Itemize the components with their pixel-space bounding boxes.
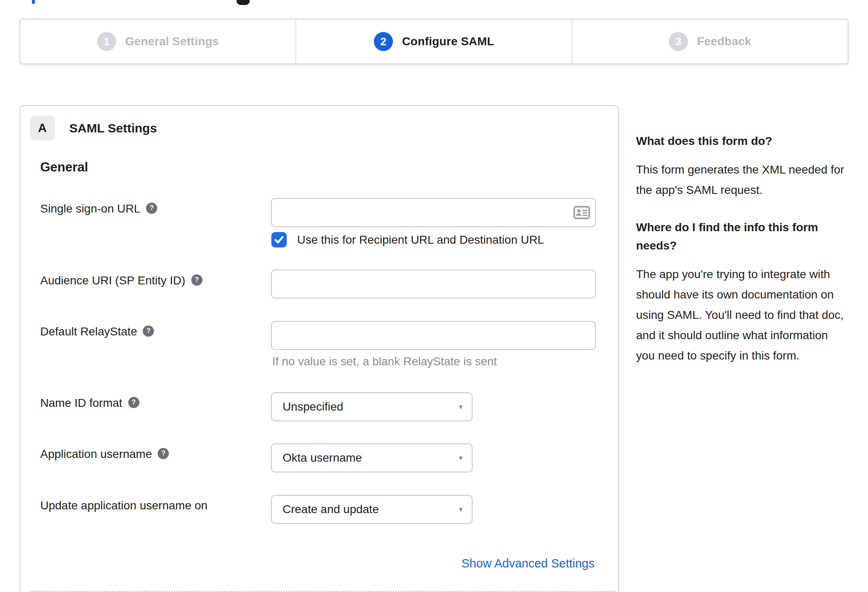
- audience-uri-input[interactable]: [271, 269, 596, 298]
- step-feedback[interactable]: 3 Feedback: [572, 20, 848, 64]
- help-section-what: What does this form do? This form genera…: [636, 132, 850, 200]
- help-icon[interactable]: ?: [143, 325, 154, 337]
- help-icon[interactable]: ?: [128, 397, 139, 408]
- chevron-down-icon: ▾: [459, 453, 463, 462]
- update-username-label: Update application username on: [40, 499, 207, 512]
- audience-uri-label: Audience URI (SP Entity ID) ?: [40, 274, 202, 287]
- help-icon[interactable]: ?: [191, 274, 202, 286]
- step-number-badge: 3: [669, 32, 688, 51]
- clipped-title-fragment: [32, 0, 35, 4]
- update-username-value: Create and update: [272, 503, 379, 516]
- panel-title: SAML Settings: [69, 121, 157, 135]
- step-configure-saml[interactable]: 2 Configure SAML: [295, 20, 571, 64]
- step-number-badge: 1: [97, 32, 116, 51]
- app-username-select[interactable]: Okta username ▾: [271, 443, 473, 472]
- app-username-value: Okta username: [272, 451, 362, 465]
- audience-uri-label-text: Audience URI (SP Entity ID): [40, 274, 185, 287]
- help-section-where: Where do I find the info this form needs…: [636, 218, 850, 366]
- name-id-format-label: Name ID format ?: [40, 396, 139, 410]
- step-number-badge: 2: [374, 32, 393, 51]
- name-id-format-value: Unspecified: [272, 400, 343, 413]
- sso-url-input[interactable]: [271, 198, 596, 227]
- section-a-badge: A: [30, 116, 55, 140]
- help-icon[interactable]: ?: [146, 203, 157, 214]
- help-icon[interactable]: ?: [158, 448, 169, 459]
- update-username-select[interactable]: Create and update ▾: [271, 495, 473, 524]
- step-label: Configure SAML: [402, 35, 494, 48]
- relay-state-label: Default RelayState ?: [40, 325, 154, 338]
- relay-state-input[interactable]: [271, 321, 596, 350]
- app-username-label-text: Application username: [40, 448, 152, 461]
- help-section-heading: What does this form do?: [636, 132, 850, 150]
- saml-settings-panel: A SAML Settings General Single sign-on U…: [20, 105, 619, 592]
- step-label: General Settings: [125, 35, 219, 48]
- general-section-heading: General: [40, 160, 88, 175]
- recipient-url-checkbox-row: Use this for Recipient URL and Destinati…: [271, 232, 544, 247]
- relay-state-label-text: Default RelayState: [40, 325, 137, 338]
- help-section-body: The app you're trying to integrate with …: [636, 264, 850, 366]
- recipient-url-checkbox-label: Use this for Recipient URL and Destinati…: [297, 233, 544, 247]
- sso-url-label: Single sign-on URL ?: [40, 202, 157, 215]
- clipped-icon-fragment: [237, 0, 250, 5]
- app-username-label: Application username ?: [40, 448, 169, 461]
- step-general-settings[interactable]: 1 General Settings: [20, 20, 295, 64]
- wizard-stepper: 1 General Settings 2 Configure SAML 3 Fe…: [20, 19, 848, 64]
- update-username-label-text: Update application username on: [40, 499, 207, 512]
- relay-state-hint: If no value is set, a blank RelayState i…: [272, 355, 497, 368]
- show-advanced-settings-link[interactable]: Show Advanced Settings: [461, 557, 595, 570]
- help-section-body: This form generates the XML needed for t…: [636, 159, 850, 200]
- name-id-format-select[interactable]: Unspecified ▾: [271, 392, 473, 421]
- recipient-url-checkbox[interactable]: [271, 232, 287, 247]
- help-section-heading: Where do I find the info this form needs…: [636, 218, 850, 255]
- sso-url-input-wrap: [271, 198, 596, 227]
- help-sidebar: What does this form do? This form genera…: [636, 132, 850, 366]
- saml-wizard-screen: 1 General Settings 2 Configure SAML 3 Fe…: [0, 0, 868, 592]
- name-id-format-label-text: Name ID format: [40, 396, 122, 410]
- chevron-down-icon: ▾: [459, 402, 463, 411]
- step-label: Feedback: [697, 35, 751, 48]
- chevron-down-icon: ▾: [459, 505, 463, 514]
- checkmark-icon: [274, 236, 284, 244]
- contact-card-icon[interactable]: [573, 206, 590, 219]
- sso-url-label-text: Single sign-on URL: [40, 202, 140, 215]
